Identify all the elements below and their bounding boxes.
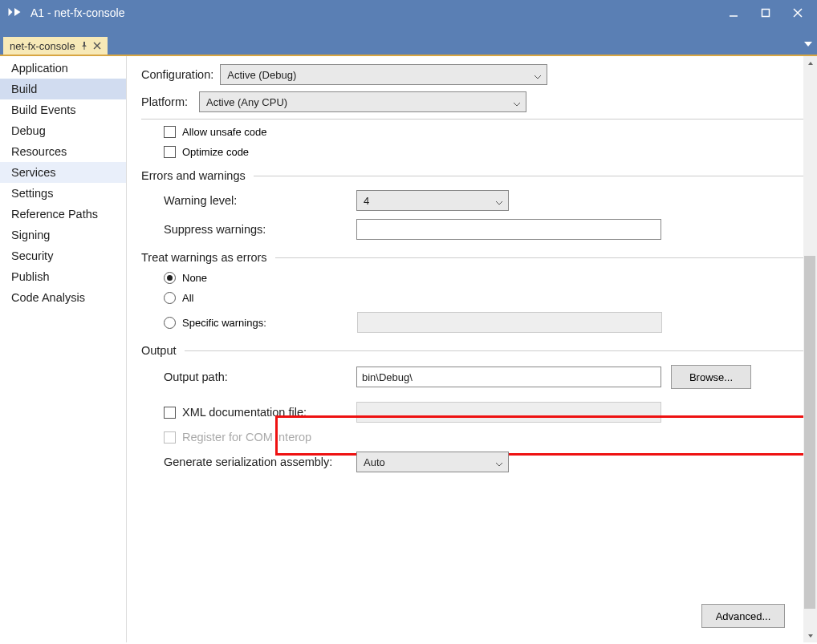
- document-tab[interactable]: net-fx-console: [3, 37, 108, 55]
- scroll-up-icon[interactable]: [803, 56, 817, 70]
- advanced-button[interactable]: Advanced...: [701, 604, 785, 628]
- output-path-input[interactable]: bin\Debug\: [356, 367, 661, 387]
- warning-level-value: 4: [364, 195, 369, 207]
- sidebar-item-services[interactable]: Services: [0, 162, 126, 183]
- configuration-dropdown[interactable]: Active (Debug): [220, 64, 547, 85]
- vs-logo-icon: [6, 4, 22, 22]
- xml-doc-checkbox[interactable]: [164, 407, 176, 419]
- section-line: [254, 176, 804, 176]
- optimize-code-label: Optimize code: [182, 146, 249, 158]
- window-title: A1 - net-fx-console: [30, 6, 125, 19]
- warning-level-dropdown[interactable]: 4: [356, 190, 509, 211]
- output-path-label: Output path:: [164, 371, 356, 383]
- sidebar-item-build[interactable]: Build: [0, 79, 126, 99]
- treat-specific-input: [357, 312, 662, 333]
- svg-rect-1: [762, 10, 770, 17]
- sidebar-item-code-analysis[interactable]: Code Analysis: [0, 287, 126, 308]
- sidebar-item-application[interactable]: Application: [0, 58, 126, 79]
- section-line: [275, 257, 804, 258]
- sidebar-item-build-events[interactable]: Build Events: [0, 99, 126, 120]
- gen-serialization-value: Auto: [364, 456, 385, 468]
- treat-none-label: None: [182, 272, 207, 284]
- allow-unsafe-checkbox[interactable]: [164, 126, 176, 138]
- gen-serialization-label: Generate serialization assembly:: [164, 456, 356, 468]
- allow-unsafe-label: Allow unsafe code: [182, 126, 267, 138]
- sidebar-item-reference-paths[interactable]: Reference Paths: [0, 204, 126, 225]
- chevron-down-icon: [495, 197, 503, 209]
- scroll-down-icon[interactable]: [803, 629, 817, 642]
- optimize-code-checkbox[interactable]: [164, 146, 176, 158]
- window-minimize-button[interactable]: [721, 3, 746, 22]
- treat-all-radio[interactable]: [164, 292, 176, 304]
- content: Application Build Build Events Debug Res…: [0, 55, 817, 642]
- main-panel: Configuration: Active (Debug) Platform: …: [127, 56, 817, 642]
- suppress-warnings-label: Suppress warnings:: [164, 223, 356, 236]
- suppress-warnings-input[interactable]: [356, 219, 661, 240]
- treat-specific-radio[interactable]: [164, 317, 176, 329]
- browse-button[interactable]: Browse...: [671, 365, 751, 389]
- document-tab-row: net-fx-console: [0, 34, 817, 55]
- treat-none-radio[interactable]: [164, 272, 176, 284]
- platform-label: Platform:: [141, 95, 193, 108]
- sidebar-item-security[interactable]: Security: [0, 245, 126, 266]
- sidebar-item-resources[interactable]: Resources: [0, 141, 126, 162]
- configuration-label: Configuration:: [141, 68, 213, 81]
- document-tab-label: net-fx-console: [10, 40, 75, 52]
- window-maximize-button[interactable]: [753, 3, 778, 22]
- vertical-scrollbar[interactable]: [803, 56, 817, 642]
- treat-specific-label: Specific warnings:: [182, 317, 357, 329]
- sidebar-item-debug[interactable]: Debug: [0, 120, 126, 141]
- sidebar-item-signing[interactable]: Signing: [0, 225, 126, 245]
- chevron-down-icon: [495, 459, 503, 471]
- window-close-button[interactable]: [785, 3, 811, 22]
- divider: [141, 119, 804, 119]
- sidebar-item-publish[interactable]: Publish: [0, 266, 126, 287]
- sidebar: Application Build Build Events Debug Res…: [0, 56, 127, 642]
- tabrow-dropdown-icon[interactable]: [804, 38, 812, 51]
- toolstrip: [0, 26, 817, 34]
- close-icon[interactable]: [93, 40, 101, 52]
- platform-dropdown[interactable]: Active (Any CPU): [199, 91, 526, 112]
- platform-value: Active (Any CPU): [206, 96, 287, 108]
- warning-level-label: Warning level:: [164, 194, 356, 207]
- scroll-thumb[interactable]: [804, 256, 815, 609]
- treat-warnings-header: Treat warnings as errors: [141, 251, 267, 264]
- register-com-checkbox: [164, 431, 176, 444]
- output-header: Output: [141, 344, 177, 357]
- section-line: [185, 350, 804, 351]
- highlight-annotation: [275, 415, 817, 456]
- sidebar-item-settings[interactable]: Settings: [0, 183, 126, 204]
- chevron-down-icon: [513, 99, 521, 111]
- configuration-value: Active (Debug): [227, 69, 296, 81]
- gen-serialization-dropdown[interactable]: Auto: [356, 452, 509, 472]
- treat-all-label: All: [182, 292, 193, 304]
- errors-warnings-header: Errors and warnings: [141, 169, 246, 182]
- pin-icon[interactable]: [80, 40, 88, 52]
- titlebar: A1 - net-fx-console: [0, 0, 817, 26]
- chevron-down-icon: [534, 71, 542, 83]
